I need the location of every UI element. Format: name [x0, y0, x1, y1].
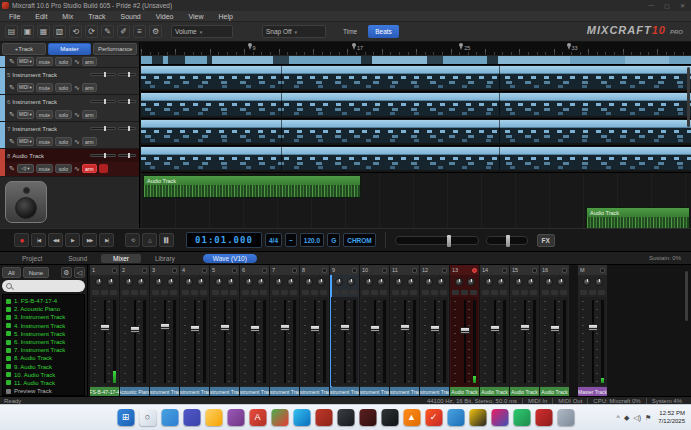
eq-button[interactable] — [152, 290, 159, 295]
volume-fader[interactable] — [250, 325, 260, 332]
arrange-view[interactable]: 9 17 25 33 Au — [141, 42, 691, 228]
undo-icon[interactable]: ⟲ — [69, 25, 82, 38]
send-knob[interactable] — [137, 278, 145, 286]
fast-forward-button[interactable]: ▶▶ — [82, 233, 97, 247]
mute-button[interactable]: mute — [36, 57, 53, 66]
strip-track-label[interactable]: Instrument Track — [360, 387, 389, 396]
strip-collapse-button[interactable] — [142, 268, 147, 273]
send-knob[interactable] — [437, 278, 445, 286]
select-none-button[interactable]: None — [23, 267, 49, 278]
strip-collapse-button[interactable] — [172, 268, 177, 273]
strip-collapse-button[interactable] — [382, 268, 387, 273]
send-knob[interactable] — [347, 278, 355, 286]
pan-knob[interactable] — [335, 278, 343, 286]
project-overview-bar[interactable] — [141, 56, 691, 65]
loop-button[interactable]: ⟲ — [125, 233, 140, 247]
pan-knob[interactable] — [305, 278, 313, 286]
arm-button[interactable]: arm — [82, 110, 97, 119]
fx-button[interactable] — [521, 290, 528, 295]
track-volume-slider[interactable] — [90, 73, 116, 76]
save-icon[interactable]: ▦ — [37, 25, 50, 38]
output-button[interactable] — [230, 290, 237, 295]
terminal-icon[interactable] — [381, 409, 398, 426]
strip-header[interactable]: 11 — [390, 265, 419, 275]
volume-fader[interactable] — [400, 324, 410, 331]
pencil-tool-icon[interactable]: ✎ — [101, 25, 114, 38]
audio-editor-icon[interactable]: A — [249, 409, 266, 426]
audio-lane-region[interactable]: Audio Track Audio Track — [141, 173, 691, 228]
fx-button[interactable] — [221, 290, 228, 295]
output-button[interactable] — [530, 290, 537, 295]
strip-header[interactable]: 5 — [210, 265, 239, 275]
send-knob[interactable] — [257, 278, 265, 286]
volume-fader[interactable] — [160, 323, 170, 330]
output-button[interactable] — [260, 290, 267, 295]
select-all-button[interactable]: All — [2, 267, 21, 278]
menu-video[interactable]: Video — [156, 13, 174, 20]
time-mode-button[interactable]: Time — [337, 25, 363, 38]
volume-fader[interactable] — [340, 324, 350, 331]
strip-track-label[interactable]: Audio Track — [540, 387, 569, 396]
pan-knob[interactable] — [155, 278, 163, 286]
mixer-list-item[interactable]: 10. Audio Track — [4, 371, 83, 379]
midi-clip[interactable] — [141, 66, 691, 89]
tray-security-icon[interactable]: ◆ — [624, 414, 629, 422]
mixer-strip[interactable]: 2 Acoustic Piano — [120, 265, 149, 396]
teams-icon[interactable] — [183, 409, 200, 426]
strip-track-label[interactable]: Audio Track — [450, 387, 479, 396]
instrument-button[interactable]: MIDI▾ — [17, 110, 34, 119]
mixer-strip[interactable]: 9 Instrument Track — [330, 265, 359, 396]
checkbox[interactable] — [6, 348, 11, 353]
midi-clip[interactable] — [141, 120, 691, 143]
instrument-track-lane[interactable] — [141, 65, 691, 92]
track-pan-slider[interactable] — [118, 100, 136, 103]
pan-knob[interactable] — [485, 278, 493, 286]
track-name[interactable]: Instrument Track — [12, 126, 57, 132]
send-knob[interactable] — [557, 278, 565, 286]
output-button[interactable] — [440, 290, 447, 295]
media-player-icon[interactable] — [315, 409, 332, 426]
pan-knob[interactable] — [515, 278, 523, 286]
instrument-track-lane[interactable] — [141, 119, 691, 146]
eq-button[interactable] — [302, 290, 309, 295]
mixer-strip[interactable]: 14 Audio Track — [480, 265, 509, 396]
pan-knob[interactable] — [395, 278, 403, 286]
fx-button[interactable] — [311, 290, 318, 295]
checkbox[interactable] — [6, 380, 11, 385]
fx-button[interactable] — [281, 290, 288, 295]
track-name[interactable]: Instrument Track — [12, 99, 57, 105]
chrome-icon[interactable] — [271, 409, 288, 426]
track-header[interactable]: 7 Instrument Track ✎ MIDI▾ mute solo ∿ a… — [0, 122, 139, 149]
master-fx-button[interactable]: FX — [537, 234, 555, 247]
tempo-display[interactable]: 120.0 — [300, 233, 324, 247]
tab-master[interactable]: Master — [48, 43, 92, 55]
strip-collapse-button[interactable] — [292, 268, 297, 273]
mixer-list-item[interactable]: 4. Instrument Track — [4, 322, 83, 330]
instrument-button[interactable]: MIDI▾ — [17, 83, 34, 92]
punch-in-out-button[interactable]: ▌▌ — [159, 233, 174, 247]
strip-collapse-button[interactable] — [202, 268, 207, 273]
strip-header[interactable]: 4 — [180, 265, 209, 275]
pan-knob[interactable] — [185, 278, 193, 286]
pencil-icon[interactable]: ✎ — [9, 138, 15, 145]
strip-track-label[interactable]: FS-B-47-17-4 — [90, 387, 119, 396]
rewind-button[interactable]: ◀◀ — [48, 233, 63, 247]
arm-button[interactable]: arm — [82, 83, 97, 92]
scale-display[interactable]: CHROM — [343, 233, 376, 247]
checkbox[interactable] — [6, 372, 11, 377]
recorder-icon[interactable] — [535, 409, 552, 426]
fx-button[interactable] — [341, 290, 348, 295]
fx-button[interactable] — [251, 290, 258, 295]
send-knob[interactable] — [467, 278, 475, 286]
tab-project[interactable]: Project — [10, 254, 54, 263]
master-volume-slider[interactable] — [395, 236, 479, 245]
close-button[interactable]: ✕ — [680, 2, 685, 9]
output-button[interactable] — [598, 290, 605, 295]
output-button[interactable] — [470, 290, 477, 295]
send-knob[interactable] — [227, 278, 235, 286]
slider-handle[interactable] — [447, 235, 451, 247]
volume-fader[interactable] — [550, 325, 560, 332]
eq-button[interactable] — [542, 290, 549, 295]
pan-knob[interactable] — [275, 278, 283, 286]
track-name[interactable]: Instrument Track — [12, 72, 57, 78]
